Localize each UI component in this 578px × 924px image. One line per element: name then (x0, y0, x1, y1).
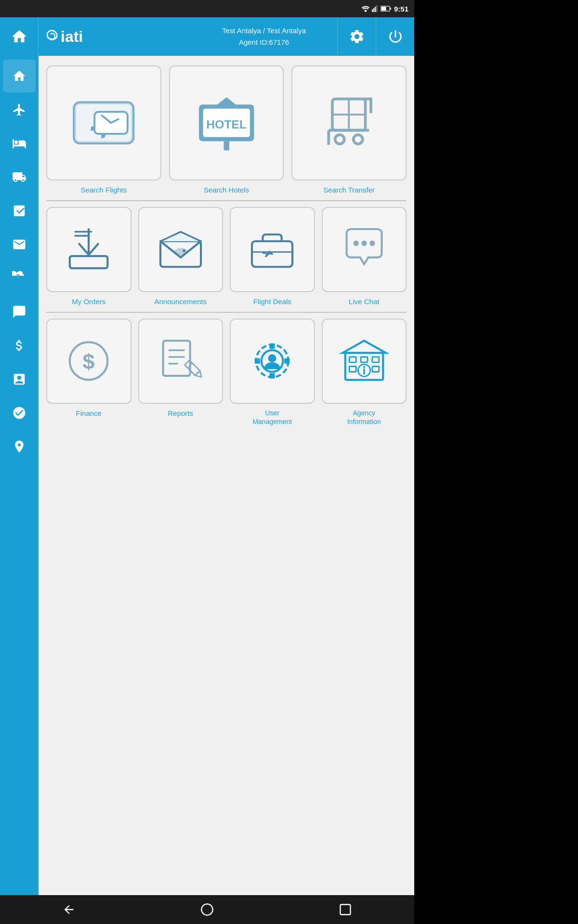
svg-rect-57 (349, 367, 356, 372)
svg-marker-62 (342, 341, 386, 353)
reports-label: Reports (168, 409, 193, 418)
user-management-card[interactable] (230, 319, 315, 404)
flight-deals-label: Flight Deals (253, 297, 291, 307)
sidebar (0, 56, 39, 895)
sidebar-item-flights[interactable] (3, 93, 36, 126)
agency-sidebar-icon (12, 439, 26, 454)
header-home-button[interactable] (0, 17, 39, 56)
svg-rect-48 (270, 344, 275, 349)
announcements-sidebar-icon (12, 237, 26, 252)
home-icon (11, 28, 28, 45)
svg-point-36 (369, 241, 375, 246)
sidebar-item-home[interactable] (3, 60, 36, 92)
search-flights-label: Search Flights (80, 185, 127, 195)
svg-point-63 (201, 904, 212, 915)
user-management-item[interactable]: User Management (230, 319, 315, 426)
finance-item[interactable]: $ Finance (46, 319, 131, 426)
svg-point-34 (353, 241, 358, 246)
users-sidebar-icon (12, 406, 26, 420)
search-flights-card[interactable] (46, 65, 161, 180)
svg-text:$: $ (83, 349, 95, 374)
svg-marker-15 (212, 97, 240, 108)
deals-sidebar-icon (12, 271, 26, 285)
reports-item[interactable]: Reports (138, 319, 223, 426)
live-chat-label: Live Chat (349, 297, 379, 307)
svg-rect-58 (372, 367, 379, 372)
finance-sidebar-icon (12, 338, 26, 353)
svg-rect-1 (372, 9, 373, 12)
sidebar-item-users[interactable] (3, 397, 36, 429)
live-chat-card[interactable] (322, 207, 407, 292)
svg-marker-44 (195, 371, 204, 380)
chat-sidebar-icon (12, 305, 26, 319)
svg-rect-3 (375, 7, 376, 12)
announcements-card[interactable] (138, 207, 223, 292)
nav-home-icon (200, 903, 214, 916)
agency-information-card[interactable] (322, 319, 407, 404)
main-grid-row1: Search Flights HOTEL (46, 65, 407, 194)
announcements-item[interactable]: Announcements (138, 207, 223, 306)
svg-rect-49 (270, 373, 275, 379)
svg-rect-6 (390, 8, 391, 10)
search-transfer-item[interactable]: Search Transfer (291, 65, 407, 194)
reports-icon (154, 334, 208, 388)
flight-deals-icon (245, 222, 299, 276)
sidebar-item-agency[interactable] (3, 430, 36, 463)
search-hotels-item[interactable]: HOTEL Search Hotels (169, 65, 284, 194)
power-icon (387, 28, 404, 45)
sidebar-item-finance[interactable] (3, 329, 36, 362)
sidebar-item-reports[interactable] (3, 363, 36, 396)
transfer-sidebar-icon (12, 170, 26, 184)
svg-point-31 (183, 249, 185, 252)
search-transfer-card[interactable] (291, 65, 407, 180)
nav-home-button[interactable] (193, 895, 222, 924)
wifi-icon (361, 5, 370, 12)
nav-back-button[interactable] (54, 895, 83, 924)
announcements-label: Announcements (155, 297, 207, 307)
reports-card[interactable] (138, 319, 223, 404)
sidebar-item-hotel[interactable] (3, 127, 36, 160)
sidebar-item-deals[interactable] (3, 262, 36, 295)
svg-rect-4 (376, 5, 377, 12)
orders-sidebar-icon (12, 204, 26, 218)
svg-rect-64 (340, 905, 350, 915)
flight-deals-card[interactable] (230, 207, 315, 292)
agency-information-item[interactable]: Agency Information (322, 319, 407, 426)
agent-id: Agent ID:67176 (191, 37, 337, 48)
status-bar: 9:51 (0, 0, 414, 17)
sidebar-item-orders[interactable] (3, 194, 36, 227)
search-flights-item[interactable]: Search Flights (46, 65, 161, 194)
app-container: iati Test Antalya / Test Antalya Agent I… (0, 17, 414, 895)
svg-point-60 (363, 366, 365, 368)
logo-swirl-icon (44, 28, 61, 45)
settings-button[interactable] (337, 17, 376, 56)
svg-rect-39 (163, 341, 190, 376)
flight-sidebar-icon (12, 103, 26, 117)
main-grid-row2: My Orders (46, 207, 407, 306)
header-actions (337, 17, 414, 56)
power-button[interactable] (376, 17, 414, 56)
header-logo: iati (39, 28, 191, 46)
finance-label: Finance (76, 409, 102, 418)
flight-deals-item[interactable]: Flight Deals (230, 207, 315, 306)
svg-point-21 (335, 135, 344, 144)
sidebar-item-announcements[interactable] (3, 228, 36, 261)
live-chat-item[interactable]: Live Chat (322, 207, 407, 306)
logo-text: iati (61, 28, 83, 46)
my-orders-item[interactable]: My Orders (46, 207, 131, 306)
search-hotels-card[interactable]: HOTEL (169, 65, 284, 180)
search-transfer-icon (312, 86, 386, 160)
sidebar-item-chat[interactable] (3, 295, 36, 328)
search-hotels-label: Search Hotels (204, 185, 249, 195)
signal-icon (372, 5, 379, 12)
svg-point-0 (365, 10, 367, 12)
my-orders-card[interactable] (46, 207, 131, 292)
agency-information-label: Agency Information (347, 409, 381, 426)
finance-card[interactable]: $ (46, 319, 131, 404)
svg-rect-55 (361, 357, 368, 362)
nav-recent-button[interactable] (331, 895, 360, 924)
section-divider-2 (46, 312, 407, 313)
sidebar-item-transfer[interactable] (3, 161, 36, 193)
agent-name: Test Antalya / Test Antalya (191, 25, 337, 37)
svg-rect-50 (255, 359, 260, 364)
